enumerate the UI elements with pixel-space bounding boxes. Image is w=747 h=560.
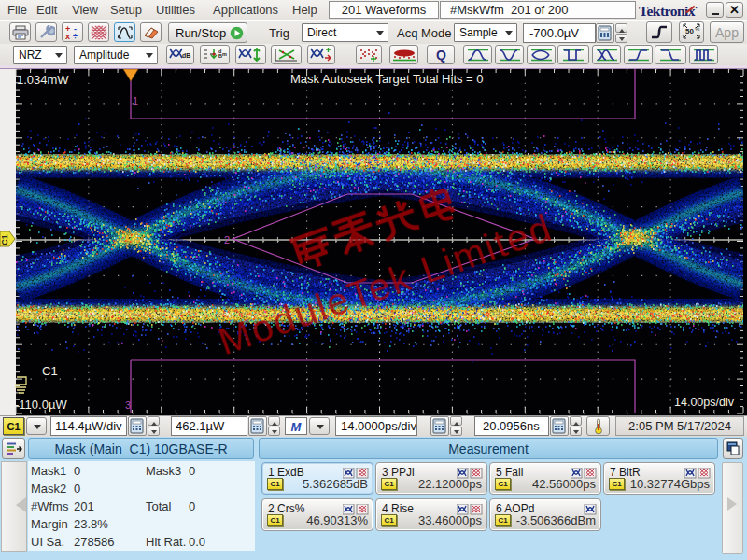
svg-text:÷: ÷	[73, 32, 78, 40]
svg-text:1.034mW: 1.034mW	[17, 73, 69, 87]
svg-text:50: 50	[685, 27, 694, 35]
svg-text:Mask Autoseek Target Total Hit: Mask Autoseek Target Total Hits = 0	[290, 72, 484, 86]
svg-text:C1: C1	[0, 234, 9, 245]
svg-text:Q: Q	[436, 48, 446, 63]
svg-text:14.00ps/div: 14.00ps/div	[674, 396, 735, 409]
svg-text:-110.0µW: -110.0µW	[15, 398, 67, 412]
svg-text:3: 3	[125, 399, 131, 411]
svg-text:x: x	[65, 32, 70, 40]
svg-text:C1: C1	[42, 364, 58, 378]
svg-text:m: m	[222, 51, 227, 57]
svg-text:1: 1	[133, 95, 138, 106]
svg-text:dB: dB	[182, 52, 190, 59]
svg-text:2: 2	[224, 234, 230, 245]
